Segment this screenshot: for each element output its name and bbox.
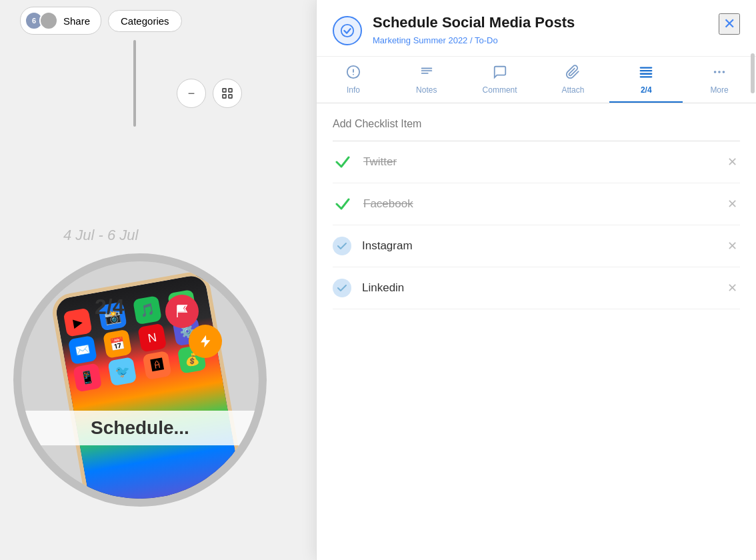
pending-check-instagram[interactable] [333, 237, 351, 255]
controls: − [177, 79, 242, 108]
tab-comment-label: Comment [483, 85, 517, 95]
app-icon-cal: 📅 [103, 329, 132, 359]
notes-icon [419, 65, 434, 83]
connector-line [133, 40, 136, 127]
tab-checklist[interactable]: 2/4 [609, 57, 683, 103]
progress-badge: 2/4 [95, 295, 124, 319]
checklist-text-linkedin: Linkedin [362, 281, 714, 295]
flag-icon [174, 303, 190, 319]
tab-attach[interactable]: Attach [536, 57, 609, 103]
svg-rect-3 [229, 95, 232, 98]
checklist-text-facebook: Facebook [363, 197, 714, 211]
remove-linkedin-button[interactable]: ✕ [725, 278, 740, 298]
add-checklist-area [333, 103, 740, 141]
comment-icon [493, 65, 507, 83]
app-icon-nf: N [137, 323, 167, 353]
checklist-item-linkedin: Linkedin ✕ [333, 267, 740, 309]
green-check-icon [333, 195, 352, 213]
tab-more[interactable]: More [683, 57, 756, 103]
avatar [39, 11, 58, 30]
circle-overlay: Schedule... [21, 411, 259, 445]
info-icon [346, 65, 361, 83]
green-check-icon [333, 153, 352, 171]
tab-checklist-label: 2/4 [641, 85, 652, 95]
done-check-facebook[interactable] [333, 194, 353, 214]
left-panel: 6 Share Categories − 4 Jul - 6 Jul [0, 0, 317, 560]
svg-rect-0 [223, 89, 226, 92]
lightning-icon [198, 334, 213, 349]
checklist-item-instagram: Instagram ✕ [333, 225, 740, 267]
panel-title-area: Schedule Social Media Posts Marketing Su… [373, 13, 708, 45]
task-circle[interactable]: ▶ 📸 🎵 💬 ✉️ 📅 N ⚙️ 📱 🐦 🅰 💰 Schedule... [13, 253, 267, 507]
share-label: Share [63, 15, 90, 27]
remove-instagram-button[interactable]: ✕ [725, 236, 740, 256]
svg-point-8 [723, 71, 725, 73]
attach-icon [565, 65, 580, 83]
checklist-item-twitter: Twitter ✕ [333, 141, 740, 183]
date-range: 4 Jul - 6 Jul [63, 227, 139, 244]
more-icon [712, 65, 727, 83]
panel-content: Twitter ✕ Facebook ✕ Instagram ✕ [317, 103, 756, 309]
avatar-stack: 6 [25, 11, 58, 30]
expand-button[interactable] [213, 79, 242, 108]
checklist-item-facebook: Facebook ✕ [333, 183, 740, 225]
checklist-icon [639, 65, 653, 83]
app-icon-yt: ▶ [63, 308, 93, 337]
share-button[interactable]: 6 Share [20, 7, 101, 35]
panel-breadcrumb[interactable]: Marketing Summer 2022 / To-Do [373, 35, 708, 45]
flag-badge [165, 295, 199, 328]
panel-header: Schedule Social Media Posts Marketing Su… [317, 0, 756, 57]
circle-title: Schedule... [91, 417, 189, 438]
tab-notes[interactable]: Notes [390, 57, 463, 103]
svg-point-7 [718, 71, 721, 73]
app-icon-tw: 🐦 [107, 357, 137, 386]
tab-info[interactable]: Info [317, 57, 390, 103]
app-icon-a: 🅰 [143, 351, 172, 380]
tab-bar: Info Notes Comment Attach 2/4 [317, 57, 756, 103]
app-icon-sp: 🎵 [133, 295, 162, 325]
remove-twitter-button[interactable]: ✕ [725, 152, 740, 172]
tab-attach-label: Attach [561, 85, 584, 95]
checklist-text-twitter: Twitter [363, 155, 714, 169]
right-panel: Schedule Social Media Posts Marketing Su… [316, 0, 756, 560]
phone-screen: ▶ 📸 🎵 💬 ✉️ 📅 N ⚙️ 📱 🐦 🅰 💰 [54, 274, 241, 499]
svg-point-6 [714, 71, 717, 73]
panel-title: Schedule Social Media Posts [373, 13, 708, 33]
app-icon-ph: 📱 [73, 363, 102, 392]
minus-icon: − [188, 87, 195, 101]
tab-notes-label: Notes [416, 85, 437, 95]
remove-facebook-button[interactable]: ✕ [725, 194, 740, 214]
tab-info-label: Info [347, 85, 360, 95]
categories-button[interactable]: Categories [108, 10, 182, 32]
close-button[interactable]: ✕ [719, 13, 740, 35]
svg-point-4 [341, 25, 353, 37]
check-icon [340, 23, 355, 38]
expand-icon [221, 87, 234, 100]
done-check-twitter[interactable] [333, 152, 353, 172]
circle-inner: ▶ 📸 🎵 💬 ✉️ 📅 N ⚙️ 📱 🐦 🅰 💰 Schedule... [21, 261, 259, 499]
lightning-badge [189, 325, 222, 358]
tab-comment[interactable]: Comment [463, 57, 537, 103]
svg-rect-1 [229, 89, 232, 92]
minus-button[interactable]: − [177, 79, 206, 108]
add-checklist-input[interactable] [333, 118, 740, 130]
task-status-icon [333, 16, 362, 45]
close-icon: ✕ [723, 15, 735, 33]
tab-more-label: More [710, 85, 728, 95]
pending-check-linkedin[interactable] [333, 279, 351, 297]
categories-label: Categories [121, 15, 169, 27]
scrollbar [751, 53, 755, 93]
svg-rect-2 [223, 95, 226, 98]
top-bar: 6 Share Categories [20, 7, 182, 35]
checklist-text-instagram: Instagram [362, 239, 714, 253]
app-icon-mail: ✉️ [68, 335, 97, 365]
check-light-icon [336, 240, 348, 252]
check-light-icon [336, 282, 348, 294]
phone-mockup: ▶ 📸 🎵 💬 ✉️ 📅 N ⚙️ 📱 🐦 🅰 💰 [49, 269, 246, 499]
